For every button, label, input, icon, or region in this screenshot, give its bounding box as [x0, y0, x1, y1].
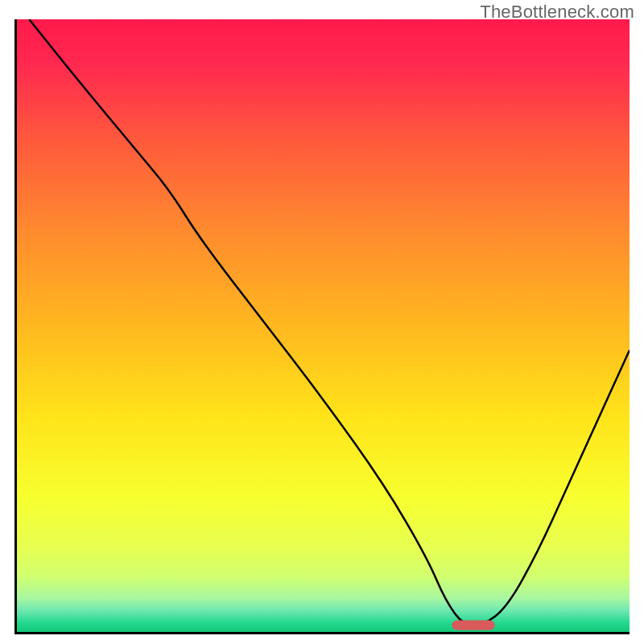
chart-frame: TheBottleneck.com [0, 0, 644, 644]
plot-area [14, 19, 630, 634]
gradient-background [17, 19, 630, 632]
optimal-range-marker [452, 621, 494, 630]
watermark-text: TheBottleneck.com [480, 2, 634, 23]
plot-svg [17, 19, 630, 632]
